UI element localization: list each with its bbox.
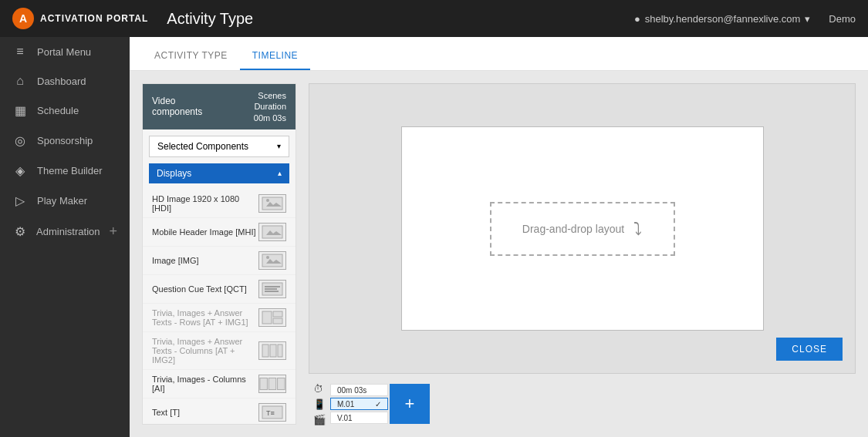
tab-bar: ACTIVITY TYPE TIMELINE (130, 37, 868, 71)
tab-activity-type[interactable]: ACTIVITY TYPE (142, 42, 240, 70)
list-item[interactable]: Text [T] T≡ (143, 398, 296, 424)
scenes-label: Scenes Duration (226, 90, 286, 113)
component-label: Mobile Header Image [MHI] (152, 227, 256, 237)
sidebar-label: Sponsorship (37, 135, 93, 146)
timeline-duration-cell: 00m 03s (330, 384, 388, 396)
sidebar-item-administration[interactable]: ⚙ Administration + (0, 216, 130, 247)
right-panel: Drag-and-drop layout ⤵ CLOSE ⏱ 📱 🎬 (309, 83, 856, 425)
mobile-header-icon (258, 223, 286, 241)
account-circle-icon: ● (634, 13, 640, 25)
list-item[interactable]: Trivia, Images - Columns [AI] (143, 370, 296, 398)
dropdown1-label: Selected Components (157, 141, 248, 152)
mobile-value: M.01 (337, 400, 354, 408)
component-label: HD Image 1920 x 1080 [HDI] (152, 194, 258, 213)
chevron-down-icon: ▾ (277, 142, 281, 150)
logo-area: A ACTIVATION PORTAL (12, 8, 148, 29)
scenes-duration: Scenes Duration 00m 03s (226, 90, 286, 123)
page-title: Activity Type (167, 10, 634, 28)
main-content: Video components Scenes Duration 00m 03s… (130, 71, 868, 437)
svg-rect-19 (269, 378, 275, 389)
tab-timeline[interactable]: TIMELINE (240, 42, 310, 70)
list-item: Trivia, Images + Answer Texts - Rows [AT… (143, 304, 296, 332)
dropdown2-label: Displays (157, 168, 191, 179)
drag-drop-label: Drag-and-drop layout (522, 223, 624, 235)
video-icon: 🎬 (313, 412, 326, 426)
canvas-inner: Drag-and-drop layout ⤵ (401, 126, 764, 331)
qct-icon (258, 280, 286, 298)
timeline-cells: 00m 03s M.01 ✓ V.01 (330, 384, 388, 424)
timeline-add-button[interactable]: + (390, 384, 430, 424)
user-info[interactable]: ● shelby.henderson@fannexlive.com ▾ (634, 13, 810, 25)
scenes-value: 00m 03s (226, 113, 286, 123)
menu-icon: ≡ (12, 45, 28, 59)
component-label: Text [T] (152, 408, 180, 417)
sidebar-item-play-maker[interactable]: ▷ Play Maker (0, 186, 130, 216)
sidebar-item-theme-builder[interactable]: ◈ Theme Builder (0, 156, 130, 186)
play-icon: ▷ (12, 193, 28, 208)
svg-rect-5 (262, 254, 282, 267)
svg-rect-17 (278, 345, 282, 357)
drag-drop-area[interactable]: Drag-and-drop layout ⤵ (490, 202, 675, 256)
content-area: ACTIVITY TYPE TIMELINE Video components … (130, 37, 868, 437)
trivia-images-icon (258, 375, 286, 393)
svg-rect-16 (270, 345, 276, 357)
svg-rect-18 (260, 378, 267, 389)
component-list: HD Image 1920 x 1080 [HDI] Mobile Header… (143, 190, 296, 424)
timeline-bar: ⏱ 📱 🎬 00m 03s M.01 ✓ V.01 (309, 383, 856, 425)
user-email: shelby.henderson@fannexlive.com (645, 13, 801, 25)
image-icon (258, 251, 286, 270)
list-item[interactable]: Question Cue Text [QCT] (143, 275, 296, 304)
list-item[interactable]: HD Image 1920 x 1080 [HDI] (143, 190, 296, 218)
displays-dropdown[interactable]: Displays ▴ (149, 163, 289, 183)
component-label: Trivia, Images - Columns [AI] (152, 375, 258, 393)
list-item[interactable]: Image [IMG] (143, 247, 296, 275)
component-label: Image [IMG] (152, 256, 199, 265)
trivia-rows-icon (258, 308, 286, 327)
admin-icon: ⚙ (12, 224, 27, 239)
sidebar: ≡ Portal Menu ⌂ Dashboard ▦ Schedule ◎ S… (0, 37, 130, 437)
sidebar-label: Administration (36, 226, 100, 237)
video-value: V.01 (337, 414, 353, 422)
canvas-area: Drag-and-drop layout ⤵ CLOSE (309, 83, 856, 374)
sidebar-item-portal-menu[interactable]: ≡ Portal Menu (0, 37, 130, 66)
panel-header: Video components Scenes Duration 00m 03s (143, 84, 296, 129)
svg-point-7 (266, 256, 269, 259)
drag-drop-icon: ⤵ (633, 219, 642, 239)
hd-image-icon (258, 194, 286, 213)
selected-components-dropdown[interactable]: Selected Components ▾ (149, 136, 289, 157)
sidebar-label: Theme Builder (37, 165, 103, 176)
trivia-columns-icon (258, 341, 286, 360)
portal-name: ACTIVATION PORTAL (40, 13, 148, 24)
timeline-icons-col: ⏱ 📱 🎬 (309, 380, 330, 428)
svg-point-2 (266, 199, 269, 202)
timeline-mobile-cell[interactable]: M.01 ✓ (330, 398, 388, 410)
timeline-video-cell[interactable]: V.01 (330, 412, 388, 424)
text-icon: T≡ (258, 403, 286, 422)
sidebar-label: Play Maker (37, 195, 87, 207)
add-icon[interactable]: + (109, 224, 117, 240)
theme-icon: ◈ (12, 163, 28, 178)
sidebar-label: Dashboard (37, 76, 86, 87)
sidebar-label: Portal Menu (37, 46, 91, 58)
list-item[interactable]: Mobile Header Image [MHI] (143, 218, 296, 247)
svg-rect-20 (278, 378, 285, 389)
sidebar-item-dashboard[interactable]: ⌂ Dashboard (0, 66, 130, 96)
svg-rect-13 (273, 311, 282, 317)
svg-rect-15 (262, 345, 269, 357)
svg-rect-12 (262, 311, 272, 324)
component-label: Trivia, Images + Answer Texts - Rows [AT… (152, 308, 258, 327)
demo-label: Demo (829, 13, 856, 25)
chevron-up-icon: ▴ (278, 169, 282, 177)
sponsorship-icon: ◎ (12, 133, 28, 148)
component-label: Trivia, Images + Answer Texts - Columns … (152, 337, 258, 365)
component-label: Question Cue Text [QCT] (152, 284, 247, 294)
svg-rect-14 (273, 318, 282, 324)
video-components-label: Video components (152, 96, 226, 117)
sidebar-item-schedule[interactable]: ▦ Schedule (0, 96, 130, 126)
close-button[interactable]: CLOSE (776, 338, 843, 361)
left-panel: Video components Scenes Duration 00m 03s… (142, 83, 296, 425)
sidebar-item-sponsorship[interactable]: ◎ Sponsorship (0, 126, 130, 156)
mobile-icon: 📱 (313, 397, 326, 411)
svg-rect-3 (262, 226, 282, 238)
svg-text:T≡: T≡ (266, 409, 275, 417)
